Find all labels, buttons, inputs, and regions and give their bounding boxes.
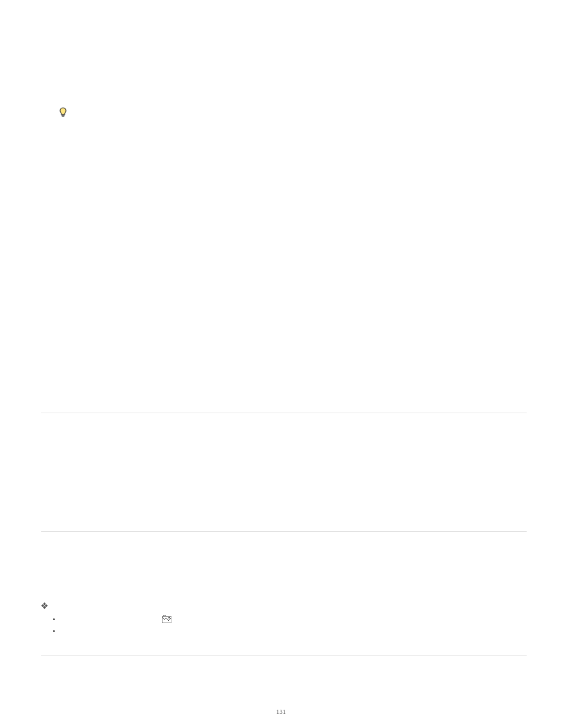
section-divider: [41, 413, 527, 413]
tool-icon: [162, 615, 171, 623]
svg-point-3: [168, 617, 170, 618]
diamond-icon: [41, 602, 48, 609]
procedure-marker: [41, 602, 527, 609]
section-block: [41, 431, 527, 508]
bullet-icon: [53, 630, 55, 632]
list-item: [53, 630, 527, 632]
section-divider: [41, 655, 527, 656]
list-item: [53, 615, 527, 623]
section-block: [41, 602, 527, 632]
page-number: 131: [276, 708, 286, 715]
svg-rect-2: [162, 617, 171, 623]
lightbulb-icon: [59, 107, 67, 118]
bullet-icon: [53, 618, 55, 620]
section-divider: [41, 531, 527, 532]
procedure-list: [53, 615, 527, 632]
svg-rect-0: [62, 114, 64, 116]
tip-block: [59, 106, 527, 118]
